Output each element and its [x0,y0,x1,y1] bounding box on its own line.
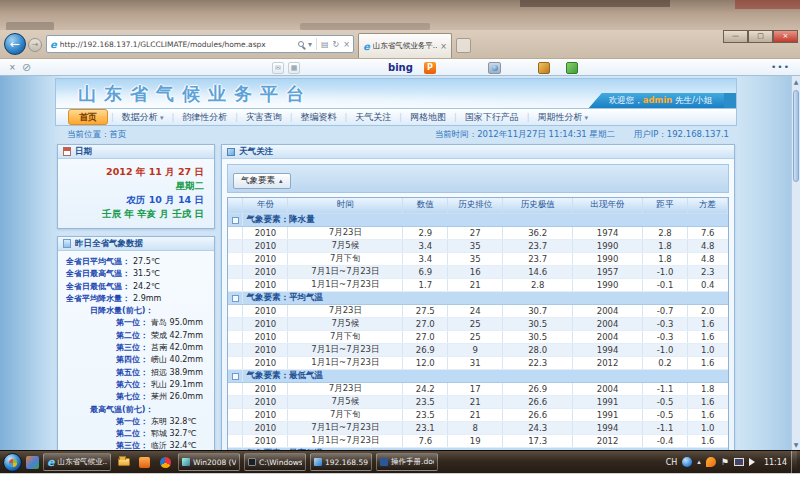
action-center-flag-icon[interactable]: ⚑ [721,458,729,467]
taskbar-app-button-4[interactable]: 操作手册.docx -... [376,453,438,471]
collapse-checkbox[interactable] [232,295,239,302]
column-header-3[interactable]: 数值 [403,198,448,213]
scrollbar-thumb[interactable] [793,90,799,182]
table-row[interactable]: 20107月1日~7月23日6.91614.61957-1.02.3 [228,265,728,278]
table-cell: -0.1 [643,278,688,291]
clock[interactable]: 11:14 [764,458,787,467]
puzzle-icon[interactable] [566,62,578,74]
address-bar[interactable]: e http://192.168.137.1/GLCCLIMATE/module… [46,35,354,53]
table-row[interactable]: 20107月23日27.52430.72004-0.72.0 [228,304,728,317]
table-group-row[interactable]: 气象要素：平均气温 [228,291,728,304]
table-row[interactable]: 20107月23日2.92736.219742.87.6 [228,226,728,239]
table-cell: 2010 [243,382,288,395]
start-button[interactable] [3,453,22,472]
close-button[interactable]: × [773,30,798,43]
p-badge-icon[interactable]: P [424,62,436,74]
new-tab-button[interactable] [456,38,471,53]
table-row[interactable]: 20107月5候3.43523.719901.84.8 [228,239,728,252]
compatibility-icon[interactable]: ▤ [321,40,329,49]
table-row[interactable]: 20101月1日~7月23日12.03122.320120.21.6 [228,356,728,369]
column-header-6[interactable]: 出现年份 [573,198,643,213]
column-header-5[interactable]: 历史极值 [503,198,573,213]
show-desktop-button[interactable] [791,451,797,474]
taskbar-app-button-3[interactable]: 192.168.59.99... [310,453,372,471]
column-header-7[interactable]: 距平 [643,198,688,213]
close-pane-icon[interactable]: × [9,63,16,72]
nav-item-2[interactable]: 数据分析 ▾ [114,108,172,127]
taskbar-app-button-2[interactable]: C:\Windows\s... [244,453,306,471]
nav-item-8[interactable]: 国家下行产品 [457,108,527,126]
tray-app-icon[interactable] [706,457,716,467]
forward-button[interactable]: → [28,38,42,52]
maximize-button[interactable]: □ [748,30,773,43]
table-group-row[interactable]: 气象要素：最低气温 [228,369,728,382]
network-globe-icon[interactable] [682,457,692,467]
back-button[interactable]: ← [4,33,26,55]
table-cell: 17 [448,382,503,395]
taskbar-app-button-1[interactable]: Win2008 (VS2... [178,453,240,471]
table-row[interactable]: 20107月1日~7月23日23.1824.31994-1.11.0 [228,421,728,434]
volume-icon[interactable] [749,458,759,466]
bing-logo[interactable]: bing [388,62,413,73]
table-cell: 27.0 [403,330,448,343]
url-text[interactable]: http://192.168.137.1/GLCCLIMATE/modules/… [60,40,295,49]
refresh-icon[interactable]: ↻ [333,40,340,49]
stat-value: 27.5℃ [133,257,160,266]
quick-launch-icon[interactable] [26,456,39,469]
minimize-button[interactable]: — [723,30,748,43]
table-row[interactable]: 20107月5候23.52126.61991-0.51.6 [228,395,728,408]
tab-close-icon[interactable]: × [440,42,447,51]
network-status-icon[interactable] [734,458,744,466]
paw-icon[interactable] [538,62,550,74]
column-header-2[interactable]: 时间 [288,198,403,213]
scroll-up-icon[interactable]: ▲ [792,78,800,85]
collapse-checkbox[interactable] [232,373,239,380]
table-cell: 1974 [573,226,643,239]
column-header-8[interactable]: 方差 [688,198,728,213]
table-row[interactable]: 20107月23日24.21726.92004-1.11.8 [228,382,728,395]
vertical-scrollbar[interactable]: ▲ ▼ [791,76,800,450]
camera-icon[interactable] [488,62,501,74]
show-hidden-icons-icon[interactable]: ▴ [697,458,701,466]
element-filter-button[interactable]: 气象要素 ▴ [233,173,291,189]
stop-icon[interactable]: × [343,40,350,49]
table-group-row[interactable]: 气象要素：降水量 [228,213,728,226]
table-cell: 2.8 [643,226,688,239]
table-row[interactable]: 20107月下旬3.43523.719901.84.8 [228,252,728,265]
table-cell: 2010 [243,239,288,252]
table-row[interactable]: 20101月1日~7月23日7.61917.32012-0.41.6 [228,434,728,447]
nav-item-1[interactable]: 首页 [68,109,108,125]
table-cell: 1991 [573,408,643,421]
blocked-icon[interactable]: ⊘ [22,61,31,74]
taskbar-explorer-button[interactable] [115,454,132,471]
language-indicator[interactable]: CH [666,458,678,467]
nav-item-9[interactable]: 周期性分析 ▾ [529,108,596,127]
nav-item-4[interactable]: 灾害查询 [238,108,290,126]
scroll-down-icon[interactable]: ▼ [792,441,800,448]
table-row[interactable]: 20107月1日~7月23日26.9928.01994-1.01.0 [228,343,728,356]
table-cell: 1.8 [643,252,688,265]
taskbar-ie-button[interactable]: e 山东省气候业... [43,453,111,471]
table-row[interactable]: 20101月1日~7月23日1.7212.81990-0.10.4 [228,278,728,291]
table-cell: 1990 [573,239,643,252]
column-header-4[interactable]: 历史排位 [448,198,503,213]
taskbar-pinned-button[interactable] [136,454,153,471]
search-dropdown-icon[interactable]: ▾ [308,40,312,49]
nav-item-5[interactable]: 整编资料 [293,108,345,126]
grid-icon[interactable]: ▦ [288,62,300,74]
table-cell: 7月5候 [288,239,403,252]
browser-tab[interactable]: e 山东省气候业务平... × [358,33,452,58]
table-row[interactable]: 20107月下旬27.02530.52004-0.31.6 [228,330,728,343]
table-row[interactable]: 20107月5候27.02530.52004-0.31.6 [228,317,728,330]
taskbar-media-button[interactable] [157,454,174,471]
search-icon[interactable] [298,41,304,47]
nav-item-7[interactable]: 网格地图 [402,108,454,126]
more-options-icon[interactable]: ••• [771,62,790,72]
nav-item-3[interactable]: 韵律性分析 [174,108,235,126]
collapse-checkbox[interactable] [232,217,239,224]
weather-stat: 全省日最高气温：31.5℃ [64,268,210,280]
table-row[interactable]: 20107月下旬23.52126.61991-0.51.6 [228,408,728,421]
column-header-1[interactable]: 年份 [243,198,288,213]
nav-item-6[interactable]: 天气关注 [347,108,399,126]
mail-icon[interactable]: ✉ [272,62,284,74]
